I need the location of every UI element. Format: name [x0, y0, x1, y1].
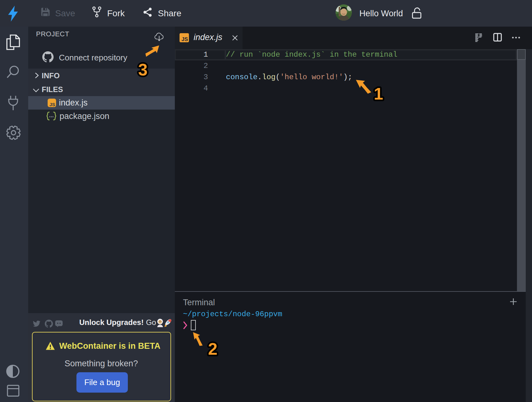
svg-text:2: 2	[208, 339, 217, 358]
svg-text:1: 1	[374, 84, 383, 103]
svg-text:3: 3	[138, 60, 148, 79]
